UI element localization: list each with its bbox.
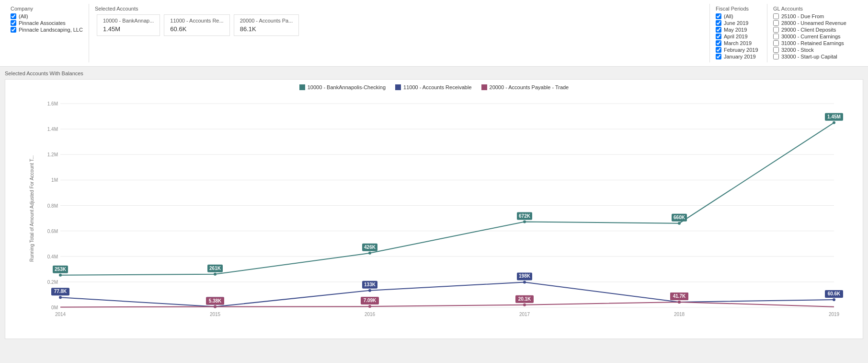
legend: 10000 - BankAnnapolis-Checking11000 - Ac…: [10, 84, 858, 90]
svg-text:0.4M: 0.4M: [47, 254, 58, 259]
svg-text:253K: 253K: [55, 267, 67, 272]
svg-text:41.7K: 41.7K: [673, 293, 686, 299]
svg-point-35: [523, 221, 526, 223]
svg-point-53: [523, 281, 526, 283]
company-filter-item[interactable]: (All): [11, 13, 83, 19]
section-title: Selected Accounts With Balances: [5, 70, 863, 76]
svg-text:1.4M: 1.4M: [47, 127, 58, 132]
selected-accounts-title: Selected Accounts: [95, 6, 704, 12]
svg-text:7.09K: 7.09K: [364, 298, 377, 303]
gl-filter-item[interactable]: 33000 - Start-up Capital: [773, 54, 857, 59]
svg-text:261K: 261K: [209, 266, 221, 271]
selected-accounts-filter: Selected Accounts 10000 - BankAnnap...1.…: [89, 4, 710, 62]
svg-text:0.8M: 0.8M: [47, 203, 58, 209]
gl-filter-item[interactable]: 28000 - Unearned Revenue: [773, 20, 857, 26]
chart-area: Running Total of Amount Adjusted For Acc…: [10, 94, 858, 334]
gl-accounts-title: GL Accounts: [773, 6, 857, 12]
svg-text:2014: 2014: [55, 312, 66, 317]
account-card[interactable]: 20000 - Accounts Pa...86.1K: [234, 14, 299, 36]
legend-item: 20000 - Accounts Payable - Trade: [481, 84, 569, 90]
company-filter-item[interactable]: Pinnacle Landscaping, LLC: [11, 27, 83, 33]
company-filter-title: Company: [11, 6, 83, 12]
svg-text:2015: 2015: [210, 312, 221, 317]
legend-item: 11000 - Accounts Receivable: [395, 84, 471, 90]
legend-item: 10000 - BankAnnapolis-Checking: [299, 84, 386, 90]
svg-point-71: [678, 301, 681, 304]
main-content: Selected Accounts With Balances 10000 - …: [0, 67, 868, 343]
svg-point-68: [523, 304, 526, 306]
svg-text:1M: 1M: [51, 177, 58, 183]
y-axis-label: Running Total of Amount Adjusted For Acc…: [29, 166, 34, 262]
fiscal-periods-title: Fiscal Periods: [716, 6, 761, 12]
svg-text:0.2M: 0.2M: [47, 280, 58, 285]
svg-point-38: [678, 222, 681, 225]
gl-filter-item[interactable]: 30000 - Current Earnings: [773, 34, 857, 39]
fiscal-periods-filter: Fiscal Periods (All)June 2019May 2019Apr…: [710, 4, 767, 62]
svg-text:198K: 198K: [519, 273, 531, 279]
svg-point-32: [368, 252, 371, 255]
fiscal-filter-item[interactable]: March 2019: [716, 40, 761, 46]
svg-text:672K: 672K: [519, 213, 531, 219]
gl-filter-item[interactable]: 32000 - Stock: [773, 47, 857, 53]
svg-text:0M: 0M: [51, 305, 58, 310]
gl-filter-item[interactable]: 25100 - Due From: [773, 13, 857, 19]
chart-inner: 0M0.2M0.4M0.6M0.8M1M1.2M1.4M1.6M20142015…: [39, 99, 848, 319]
svg-point-65: [368, 305, 371, 308]
account-card[interactable]: 11000 - Accounts Re...60.6K: [164, 14, 229, 36]
fiscal-filter-item[interactable]: April 2019: [716, 34, 761, 39]
svg-text:1.45M: 1.45M: [827, 114, 841, 119]
svg-point-41: [833, 121, 835, 124]
chart-container: 10000 - BankAnnapolis-Checking11000 - Ac…: [5, 79, 863, 339]
top-filters: Company (All)Pinnacle AssociatesPinnacle…: [0, 0, 868, 67]
svg-text:2017: 2017: [519, 312, 530, 317]
svg-text:1.2M: 1.2M: [47, 152, 58, 157]
svg-text:5.38K: 5.38K: [209, 298, 222, 304]
svg-point-50: [368, 289, 371, 292]
fiscal-filter-item[interactable]: (All): [716, 13, 761, 19]
fiscal-filter-item[interactable]: June 2019: [716, 20, 761, 26]
svg-text:2016: 2016: [365, 312, 376, 317]
company-filter: Company (All)Pinnacle AssociatesPinnacle…: [5, 4, 89, 62]
account-cards: 10000 - BankAnnap...1.45M11000 - Account…: [95, 13, 704, 37]
svg-text:0.6M: 0.6M: [47, 229, 58, 234]
svg-point-29: [214, 273, 217, 276]
svg-text:660K: 660K: [674, 215, 685, 220]
svg-text:1.6M: 1.6M: [47, 101, 58, 106]
gl-accounts-filter: GL Accounts 25100 - Due From28000 - Unea…: [767, 4, 863, 62]
svg-text:133K: 133K: [364, 282, 376, 287]
svg-text:60.6K: 60.6K: [828, 291, 841, 296]
svg-point-62: [214, 305, 217, 308]
svg-point-44: [59, 296, 62, 299]
fiscal-filter-item[interactable]: February 2019: [716, 47, 761, 53]
svg-text:426K: 426K: [364, 245, 376, 250]
fiscal-filter-item[interactable]: January 2019: [716, 54, 761, 59]
fiscal-filter-item[interactable]: May 2019: [716, 27, 761, 33]
svg-text:2019: 2019: [829, 312, 840, 317]
svg-text:2018: 2018: [674, 312, 685, 317]
gl-filter-item[interactable]: 31000 - Retained Earnings: [773, 40, 857, 46]
svg-point-26: [59, 274, 62, 277]
account-card[interactable]: 10000 - BankAnnap...1.45M: [97, 14, 160, 36]
svg-text:20.1K: 20.1K: [518, 296, 531, 302]
svg-point-59: [833, 298, 835, 301]
company-filter-item[interactable]: Pinnacle Associates: [11, 20, 83, 26]
svg-text:77.8K: 77.8K: [54, 289, 67, 294]
gl-filter-item[interactable]: 29000 - Client Deposits: [773, 27, 857, 33]
